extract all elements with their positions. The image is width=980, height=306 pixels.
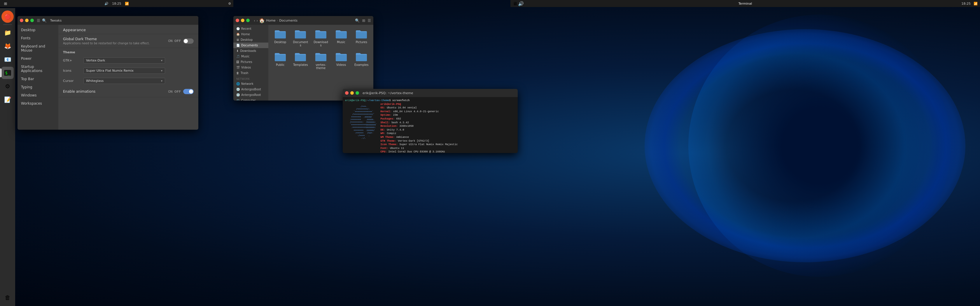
fm-back-btn[interactable]: ‹: [254, 18, 255, 23]
menu-icon[interactable]: ⊞: [2, 0, 9, 7]
fm-folder-videos[interactable]: Videos: [332, 51, 350, 71]
tweaks-item-typing[interactable]: Typing: [18, 83, 58, 91]
fm-folder-desktop[interactable]: Desktop: [271, 28, 290, 48]
fm-search-icon[interactable]: 🔍: [355, 18, 360, 23]
gtk-theme-value[interactable]: Vertex-Dark ▾: [83, 57, 165, 63]
fm-item-network[interactable]: 🌐 Network: [233, 81, 268, 87]
fm-folder-examples[interactable]: Examples: [352, 51, 371, 71]
global-dark-desc: Applications need to be restarted for ch…: [63, 42, 168, 45]
cursor-theme-value[interactable]: Whiteglass ▾: [83, 78, 165, 84]
sidebar-ubuntu-button[interactable]: 🔴: [2, 11, 14, 23]
sidebar-terminal-icon[interactable]: $_: [2, 67, 14, 79]
gtk-theme-row: GTK+ Vertex-Dark ▾: [58, 55, 198, 65]
topbar-left-icons: ⊞: [0, 0, 9, 7]
screenfetch-art: ./+++. /++++++++/: `++++++++++++++` /+++…: [345, 103, 377, 153]
gtk-dropdown-arrow: ▾: [161, 59, 162, 62]
fm-item-videos[interactable]: 🎬 Videos: [233, 65, 268, 70]
gtk-theme-name: Vertex-Dark: [86, 59, 105, 62]
tweaks-item-startup[interactable]: Startup Applications: [18, 63, 58, 75]
fm-folder-downloads[interactable]: Downloads: [312, 28, 330, 48]
tweaks-item-fonts[interactable]: Fonts: [18, 34, 58, 42]
fm-pictures-label: Pictures: [240, 60, 252, 63]
tweaks-item-desktop[interactable]: Desktop: [18, 26, 58, 34]
fm-titlebar: ‹ › 🏠 Home › Documents 🔍 ⊞ ☰: [233, 16, 373, 25]
animations-knob: [189, 89, 193, 94]
fm-path-home[interactable]: Home: [266, 19, 275, 22]
fm-minimize-btn[interactable]: [241, 19, 244, 22]
fm-item-antergosBoot[interactable]: 💽 AntergosBoot: [233, 87, 268, 92]
topbar-icons-right: 🖥: [513, 1, 517, 6]
global-dark-switch[interactable]: [183, 38, 194, 44]
folder-svg-vertex: [315, 52, 327, 62]
sidebar-files-icon[interactable]: 📁: [2, 27, 14, 39]
fm-folder-templates[interactable]: Templates: [292, 51, 310, 71]
fm-item-antergosRoot[interactable]: 💽 AntergosRoot: [233, 92, 268, 98]
term-minimize-btn[interactable]: [350, 91, 354, 95]
fm-folder-examples-label: Examples: [355, 63, 369, 67]
tweaks-item-power[interactable]: Power: [18, 54, 58, 63]
fm-maximize-btn[interactable]: [246, 19, 250, 22]
fm-folder-public-icon: [274, 52, 286, 62]
topbar-center-right: Terminal: [738, 2, 752, 6]
global-dark-knob: [184, 39, 188, 43]
icons-theme-row: Icons Super Ultra Flat Numix Remix ▾: [58, 65, 198, 76]
folder-svg-templates: [294, 52, 307, 62]
fm-folder-pictures[interactable]: Pictures: [352, 28, 371, 48]
fm-item-pictures[interactable]: 🖼 Pictures: [233, 59, 268, 65]
tweaks-item-workspaces[interactable]: Workspaces: [18, 99, 58, 108]
term-maximize-btn[interactable]: [356, 91, 359, 95]
fm-antergosBoot-label: AntergosBoot: [241, 88, 261, 91]
term-content[interactable]: erik@erik-PSQ:~/vertex-theme$ screenfetc…: [343, 97, 518, 153]
fm-item-recent[interactable]: 🕐 Recent: [233, 26, 268, 32]
fm-downloads-icon: ⬇: [236, 49, 239, 52]
sidebar-settings-icon[interactable]: ⚙: [2, 80, 14, 92]
fm-item-home[interactable]: 🏠 Home: [233, 32, 268, 37]
sidebar-trash-icon[interactable]: 🗑: [2, 292, 14, 304]
fm-close-btn[interactable]: [235, 19, 239, 22]
fm-item-music[interactable]: 🎵 Music: [233, 54, 268, 59]
sf-icon-theme: Icon Theme: Super Ultra Flat Numix Remix…: [381, 143, 458, 147]
tweaks-menu-icon[interactable]: ☰: [37, 18, 40, 23]
sidebar-email-icon[interactable]: 📧: [2, 53, 14, 65]
fm-item-trash[interactable]: 🗑 Trash: [233, 70, 268, 76]
sf-uptime: Uptime: 23m: [381, 113, 458, 117]
fm-folder-public[interactable]: Public: [271, 51, 290, 71]
animations-switch[interactable]: [183, 89, 194, 94]
sidebar-firefox-icon[interactable]: 🦊: [2, 40, 14, 52]
tweaks-item-windows[interactable]: Windows: [18, 91, 58, 99]
fm-folder-downloads-label: Downloads: [313, 41, 329, 47]
screenfetch-info-block: erik@erik-PSQ OS: Ubuntu 16.04 xenial Ke…: [381, 103, 458, 153]
topbar-sound-icon[interactable]: 🔊: [104, 2, 108, 6]
tweaks-minimize-btn[interactable]: [25, 19, 29, 22]
fm-network-section: Network: [233, 76, 268, 81]
fm-downloads-label: Downloads: [240, 49, 256, 52]
tweaks-close-btn[interactable]: [20, 19, 23, 22]
fm-folder-documents[interactable]: Documents: [292, 28, 310, 48]
fm-folder-music[interactable]: Music: [332, 28, 350, 48]
fm-home-label: Home: [241, 33, 250, 36]
tweaks-content: Appearance Global Dark Theme Application…: [58, 25, 198, 130]
global-dark-on: ON: [168, 40, 172, 43]
fm-menu-icon[interactable]: ☰: [368, 18, 371, 23]
sidebar-bottom: 🗑: [2, 292, 14, 304]
fm-item-computer[interactable]: 💻 Computer: [233, 98, 268, 100]
tweaks-item-keyboard[interactable]: Keyboard and Mouse: [18, 42, 58, 54]
sidebar-editor-icon[interactable]: 📝: [2, 94, 14, 106]
fm-forward-btn[interactable]: ›: [256, 18, 258, 23]
icons-theme-value[interactable]: Super Ultra Flat Numix Remix ▾: [83, 68, 165, 74]
topbar-net-right: 📶: [974, 2, 978, 6]
term-close-btn[interactable]: [345, 91, 348, 95]
topbar-settings-icon[interactable]: ⚙: [228, 2, 231, 6]
fm-folder-vertex[interactable]: vertex-theme: [312, 51, 330, 71]
tweaks-item-topbar[interactable]: Top Bar: [18, 75, 58, 83]
topbar-sound-right[interactable]: 🔊: [518, 1, 524, 6]
animations-label: Enable animations: [63, 89, 168, 94]
fm-grid-icon[interactable]: ⊞: [362, 18, 365, 23]
fm-item-desktop[interactable]: 🖥 Desktop: [233, 37, 268, 43]
fm-folder-downloads-icon: [315, 29, 327, 40]
tweaks-search-icon[interactable]: 🔍: [42, 18, 47, 23]
tweaks-maximize-btn[interactable]: [30, 19, 34, 22]
icons-theme-name: Super Ultra Flat Numix Remix: [86, 69, 134, 73]
fm-item-documents[interactable]: 📄 Documents: [233, 43, 268, 48]
fm-item-downloads[interactable]: ⬇ Downloads: [233, 48, 268, 54]
